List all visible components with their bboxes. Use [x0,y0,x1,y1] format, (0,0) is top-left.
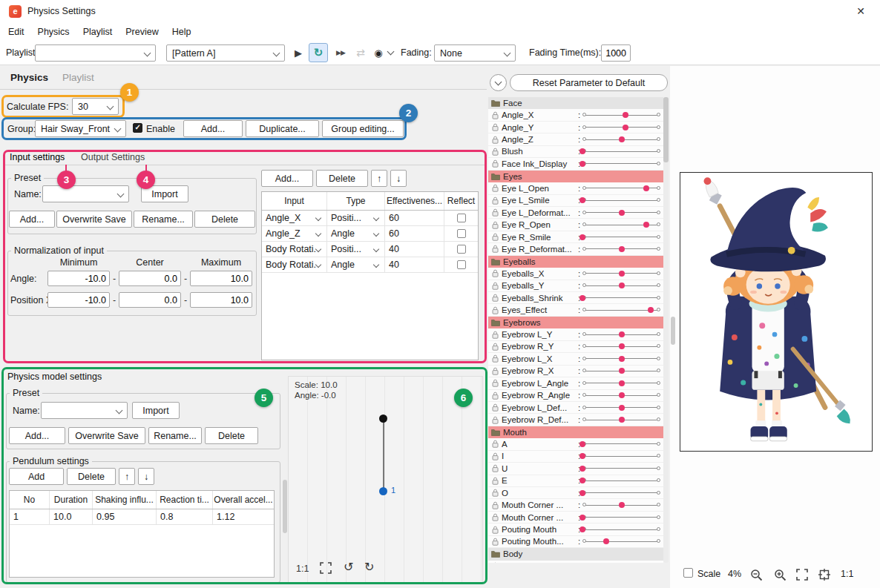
parameter-folder-row[interactable]: Mouth [488,426,663,438]
input-cell-input-dropdown[interactable]: Body Rotati... [262,257,327,272]
input-table-row[interactable]: Body Rotati...Angle40 [262,257,478,273]
parameter-slider[interactable] [582,196,660,205]
parameter-slider[interactable] [582,464,660,473]
fit-frame-icon[interactable] [816,566,833,583]
collapse-parameter-panel-button[interactable] [490,74,507,91]
parameter-row[interactable]: Eye R_Smile: [488,231,663,243]
input-cell-input-dropdown[interactable]: Angle_X [262,211,327,225]
preview-scrollbar[interactable] [671,317,675,345]
slider-handle[interactable] [579,197,585,203]
input-table-row[interactable]: Body Rotati...Positi...40 [262,242,478,257]
slider-handle[interactable] [619,368,625,374]
parameter-slider[interactable] [582,147,660,156]
parameter-slider[interactable] [582,159,660,168]
parameter-slider[interactable] [582,391,660,400]
normalization-min-input[interactable] [47,292,110,308]
slider-handle[interactable] [623,112,628,118]
slider-handle[interactable] [619,271,625,277]
parameter-slider[interactable] [582,561,660,563]
slider-handle[interactable] [579,478,585,483]
parameter-slider[interactable] [582,184,660,193]
tab-input-settings[interactable]: Input settings [10,152,65,162]
slider-handle[interactable] [579,148,585,154]
preview-scale-checkbox[interactable] [683,568,693,578]
parameter-row[interactable]: Eyeballs_Shrink: [488,292,663,304]
parameter-folder-row[interactable]: Eyeballs [488,256,663,268]
slider-handle[interactable] [619,392,625,398]
normalization-max-input[interactable] [190,271,252,286]
menu-item-preview[interactable]: Preview [119,27,165,37]
model-preset-rename-button[interactable]: Rename... [148,427,202,444]
group-duplicate-button[interactable]: Duplicate... [246,120,319,137]
menu-item-help[interactable]: Help [165,27,198,37]
parameter-row[interactable]: Blush: [488,146,663,158]
parameter-slider[interactable] [582,135,660,144]
slider-handle[interactable] [619,210,625,216]
parameter-row[interactable]: Eyeballs_Y: [488,280,663,292]
parameter-slider[interactable] [582,537,660,546]
viewer-ratio-button[interactable]: 1:1 [296,564,309,574]
parameter-row[interactable]: Eye L_Open: [488,182,663,194]
slider-handle[interactable] [619,380,625,386]
enable-checkbox[interactable] [133,123,142,133]
fading-dropdown[interactable]: None [434,44,516,62]
parameter-slider[interactable] [582,403,660,412]
reflect-checkbox[interactable] [457,260,466,269]
parameter-folder-row[interactable]: Face [488,97,663,109]
parameter-folder-row[interactable]: Eyebrows [488,317,663,328]
input-preset-name-dropdown[interactable] [42,185,129,202]
parameter-slider[interactable] [582,366,660,375]
slider-handle[interactable] [619,246,625,252]
pendulum-add-button[interactable]: Add [9,468,64,485]
parameter-row[interactable]: Pouting Mouth...: [488,536,663,548]
pendulum-up-button[interactable]: ↑ [119,468,135,485]
parameter-slider[interactable] [582,281,660,290]
slider-handle[interactable] [623,125,628,131]
input-preset-rename-button[interactable]: Rename... [134,211,193,228]
slider-handle[interactable] [579,161,585,167]
slider-handle[interactable] [579,490,585,496]
parameter-slider[interactable] [582,452,660,460]
slider-handle[interactable] [643,185,649,191]
input-table-row[interactable]: Angle_XPositi...60 [262,211,478,226]
parameter-slider[interactable] [582,489,660,498]
normalization-center-input[interactable] [119,271,181,286]
reflect-checkbox[interactable] [457,245,466,254]
parameter-row[interactable]: : [488,561,663,563]
pattern-dropdown[interactable]: [Pattern A] [166,44,285,62]
input-preset-add-button[interactable]: Add... [9,211,55,228]
parameter-row[interactable]: Eye L_Smile: [488,195,663,207]
tab-physics[interactable]: Physics [10,72,48,83]
parameter-row[interactable]: Eyebrow L_Def...: [488,402,663,414]
parameter-slider[interactable] [582,342,660,351]
parameter-row[interactable]: A: [488,438,663,450]
parameter-slider[interactable] [582,513,660,522]
parameter-slider[interactable] [582,379,660,388]
tab-output-settings[interactable]: Output Settings [81,152,145,162]
zoom-out-icon[interactable] [748,566,764,583]
parameter-row[interactable]: Eyebrow R_Def...: [488,414,663,426]
reflect-checkbox[interactable] [457,214,466,222]
input-delete-button[interactable]: Delete [316,170,368,187]
parameter-slider[interactable] [582,415,660,424]
parameter-slider[interactable] [582,501,660,509]
fading-time-input[interactable] [601,44,631,62]
parameter-row[interactable]: Angle_Y: [488,122,663,133]
parameter-slider[interactable] [582,245,660,254]
slider-handle[interactable] [579,526,585,532]
slider-handle[interactable] [643,222,649,228]
menu-item-physics[interactable]: Physics [31,27,76,37]
input-preset-overwrite-button[interactable]: Overwrite Save [56,211,132,228]
parameter-slider[interactable] [582,305,660,314]
slider-handle[interactable] [619,405,625,411]
normalization-min-input[interactable] [47,271,110,286]
play-button[interactable]: ▶ [289,44,307,62]
pendulum-down-button[interactable]: ↓ [138,468,154,485]
parameter-row[interactable]: O: [488,487,663,499]
group-editing-button[interactable]: Group editing... [322,120,404,137]
input-cell-type-dropdown[interactable]: Positi... [327,242,385,257]
parameter-scrollbar-thumb[interactable] [663,97,669,162]
parameter-row[interactable]: Eyebrow L_Y: [488,328,663,340]
shuffle-button[interactable]: ⇄ [352,44,370,62]
pendulum-root-node[interactable] [379,414,387,423]
